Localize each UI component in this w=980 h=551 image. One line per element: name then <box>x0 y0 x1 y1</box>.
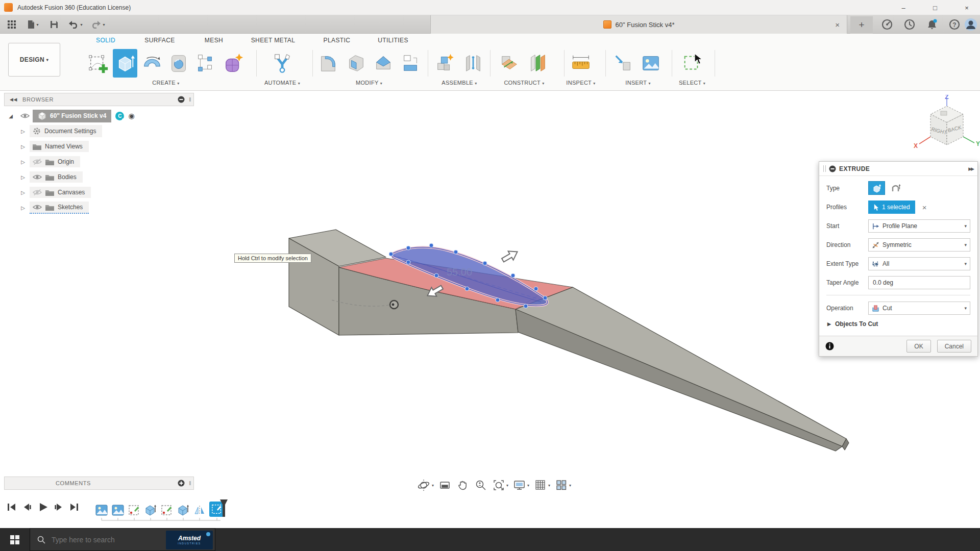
collapse-dialog-icon[interactable] <box>829 165 836 172</box>
group-automate[interactable]: AUTOMATE ▾ <box>264 80 300 86</box>
pan-hand-icon[interactable] <box>455 478 471 493</box>
activate-component-radio[interactable]: ◉ <box>128 112 134 120</box>
expand-open-icon[interactable]: ◢ <box>4 113 17 119</box>
undo-icon[interactable]: ▾ <box>65 15 86 34</box>
timeline-mirror-feature[interactable] <box>193 504 206 517</box>
tab-solid[interactable]: SOLID <box>96 37 115 44</box>
zoom-icon[interactable] <box>473 478 488 493</box>
remove-panel-icon[interactable] <box>178 96 185 103</box>
orbit-icon[interactable]: ▾ <box>416 478 435 493</box>
cloud-status-badge[interactable]: C <box>115 112 124 120</box>
timeline-marker[interactable] <box>219 499 229 517</box>
grid-snap-icon[interactable]: ▾ <box>533 478 551 493</box>
expand-closed-icon[interactable]: ▷ <box>16 174 30 180</box>
dock-dialog-icon[interactable]: ▶▶ <box>968 166 973 171</box>
expand-closed-icon[interactable]: ▷ <box>16 144 30 149</box>
create-form-tool-icon[interactable] <box>222 50 246 77</box>
info-icon[interactable] <box>825 342 834 350</box>
browser-row-origin[interactable]: ▷ Origin <box>4 154 194 169</box>
insert-derive-tool-icon[interactable] <box>611 50 635 77</box>
cancel-button[interactable]: Cancel <box>937 340 971 353</box>
timeline-extrude-feature[interactable] <box>144 504 157 517</box>
taper-angle-input[interactable] <box>868 276 970 289</box>
panel-grip[interactable]: ‖ <box>189 97 191 103</box>
operation-select[interactable]: Cut ▾ <box>868 302 970 315</box>
objects-to-cut-expander[interactable]: ▶ Objects To Cut <box>827 320 970 328</box>
direction-select[interactable]: Symmetric ▾ <box>868 238 970 252</box>
group-construct[interactable]: CONSTRUCT ▾ <box>504 80 544 86</box>
eye-icon[interactable] <box>20 112 30 119</box>
revolve-tool-icon[interactable] <box>140 50 164 77</box>
avatar[interactable] <box>964 17 978 32</box>
viewports-icon[interactable]: ▾ <box>554 478 572 493</box>
group-modify[interactable]: MODIFY ▾ <box>356 80 382 86</box>
step-forward-icon[interactable] <box>54 502 64 512</box>
thread-pattern-tool-icon[interactable] <box>193 50 217 77</box>
job-status-clock-icon[interactable] <box>902 17 917 32</box>
hole-tool-icon[interactable] <box>166 50 191 77</box>
close-button[interactable]: × <box>955 0 978 15</box>
construct-plane-tool-icon[interactable] <box>497 50 521 77</box>
profiles-selected-button[interactable]: 1 selected <box>868 201 915 214</box>
start-button[interactable] <box>0 528 30 551</box>
fillet-tool-icon[interactable] <box>316 50 340 77</box>
group-create[interactable]: CREATE ▾ <box>152 80 179 86</box>
expand-closed-icon[interactable]: ▷ <box>16 159 30 165</box>
ok-button[interactable]: OK <box>906 340 930 353</box>
step-back-icon[interactable] <box>22 502 32 512</box>
browser-root-row[interactable]: ◢ 60" Fusion Stick v4 C ◉ <box>4 108 194 123</box>
go-to-start-icon[interactable] <box>6 502 16 512</box>
notifications-bell-icon[interactable] <box>925 17 939 32</box>
search-input[interactable] <box>51 535 153 544</box>
chamfer-tool-icon[interactable] <box>371 50 396 77</box>
clear-selection-icon[interactable]: × <box>922 203 927 212</box>
midplane-tool-icon[interactable] <box>525 50 550 77</box>
timeline-track[interactable] <box>98 517 226 522</box>
type-thin-extrude-button[interactable] <box>887 181 904 195</box>
start-select[interactable]: Profile Plane ▾ <box>868 219 970 233</box>
document-tab[interactable]: 60" Fusion Stick v4* × <box>430 15 847 34</box>
viewport-3d[interactable]: 55.00 Hold Ctrl to modify selection ◀◀ B… <box>0 91 980 528</box>
extrude-arrow-up[interactable] <box>500 247 520 265</box>
group-select[interactable]: SELECT ▾ <box>679 80 705 86</box>
automate-tool-icon[interactable] <box>270 50 295 77</box>
group-insert[interactable]: INSERT ▾ <box>625 80 650 86</box>
joint-tool-icon[interactable] <box>461 50 485 77</box>
tail-side-face[interactable] <box>516 309 842 451</box>
go-to-end-icon[interactable] <box>69 502 80 512</box>
group-assemble[interactable]: ASSEMBLE ▾ <box>442 80 477 86</box>
expand-closed-icon[interactable]: ▷ <box>16 129 30 134</box>
offset-face-tool-icon[interactable] <box>399 50 423 77</box>
add-comment-icon[interactable] <box>178 480 185 487</box>
app-grid-icon[interactable] <box>4 15 19 34</box>
look-at-icon[interactable] <box>437 478 453 493</box>
save-icon[interactable] <box>47 15 61 34</box>
browser-row-named-views[interactable]: ▷ Named Views <box>4 139 194 154</box>
group-inspect[interactable]: INSPECT ▾ <box>566 80 595 86</box>
browser-row-document-settings[interactable]: ▷ Document Settings <box>4 123 194 139</box>
tail-top-face[interactable] <box>516 287 846 446</box>
display-settings-icon[interactable]: ▾ <box>512 478 530 493</box>
minimize-button[interactable]: – <box>892 0 915 15</box>
shell-tool-icon[interactable] <box>344 50 369 77</box>
timeline-canvas-feature[interactable] <box>111 504 125 517</box>
tab-mesh[interactable]: MESH <box>205 37 223 44</box>
browser-row-canvases[interactable]: ▷ Canvases <box>4 185 194 200</box>
timeline-canvas-feature[interactable] <box>95 504 108 517</box>
collapse-panel-icon[interactable]: ◀◀ <box>10 97 17 102</box>
close-tab-icon[interactable]: × <box>835 20 840 29</box>
taskbar-search[interactable]: Amsted INDUSTRIES <box>30 528 215 551</box>
tab-surface[interactable]: SURFACE <box>144 37 175 44</box>
zoom-window-icon[interactable]: ▾ <box>491 478 509 493</box>
redo-icon[interactable]: ▾ <box>88 15 108 34</box>
amsted-widget[interactable]: Amsted INDUSTRIES <box>166 531 213 549</box>
browser-row-bodies[interactable]: ▷ Bodies <box>4 169 194 185</box>
tab-utilities[interactable]: UTILITIES <box>378 37 408 44</box>
create-sketch-icon[interactable] <box>86 50 110 77</box>
timeline-sketch-feature[interactable] <box>160 504 174 517</box>
comments-panel[interactable]: COMMENTS ‖ <box>4 477 194 490</box>
extent-select[interactable]: All ▾ <box>868 257 970 270</box>
maximize-button[interactable]: □ <box>924 0 946 15</box>
tab-plastic[interactable]: PLASTIC <box>324 37 351 44</box>
extensions-icon[interactable] <box>880 17 894 32</box>
